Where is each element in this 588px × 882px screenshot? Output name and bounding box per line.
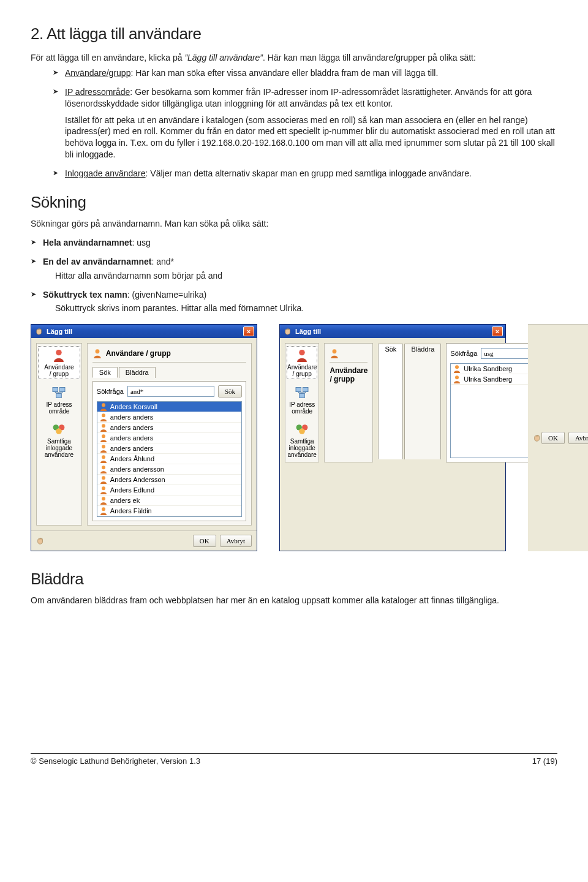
cancel-button[interactable]: Avbryt bbox=[220, 535, 252, 547]
term-text: : Här kan man söka efter vissa användare… bbox=[130, 68, 438, 78]
person-icon bbox=[99, 413, 108, 421]
close-icon[interactable]: × bbox=[243, 326, 254, 336]
result-row[interactable]: anders ek bbox=[97, 496, 241, 506]
ok-button[interactable]: OK bbox=[541, 432, 565, 444]
result-row[interactable]: anders anders bbox=[97, 412, 241, 423]
term-text: : Ger besökarna som kommer från IP-adres… bbox=[65, 87, 532, 108]
sidebar-item-user-group[interactable]: Användare / grupp bbox=[287, 346, 317, 379]
list-item: Hela användarnamnet: usg bbox=[31, 237, 557, 249]
result-row[interactable]: anders andersson bbox=[97, 464, 241, 475]
person-icon bbox=[99, 402, 108, 411]
person-icon bbox=[99, 423, 108, 432]
sidebar-label: Användare bbox=[287, 364, 317, 371]
sidebar-label: område bbox=[287, 408, 317, 415]
sidebar-item-all-logged-in[interactable]: Samtliga inloggade användare bbox=[38, 421, 80, 459]
panel-title: Användare / grupp bbox=[106, 349, 171, 358]
sidebar-item-ip-range[interactable]: IP adress område bbox=[38, 384, 80, 416]
term-text: : and* bbox=[151, 257, 174, 266]
result-row[interactable]: Anders Åhlund bbox=[97, 454, 241, 464]
tab-browse[interactable]: Bläddra bbox=[404, 344, 441, 459]
close-icon[interactable]: × bbox=[492, 326, 503, 336]
result-name: Anders Åhlund bbox=[110, 455, 154, 462]
person-icon bbox=[99, 434, 108, 442]
term: Inloggade användare bbox=[65, 168, 146, 178]
intro-prefix: För att lägga till en användare, klicka … bbox=[31, 53, 184, 62]
term: IP adressområde bbox=[65, 87, 130, 97]
search-button[interactable]: Sök bbox=[218, 385, 242, 398]
item-note: Sökuttryck skrivs inom parantes. Hittar … bbox=[55, 303, 557, 314]
result-row[interactable]: Anders Edlund bbox=[97, 485, 241, 496]
result-name: Anders Edlund bbox=[110, 486, 154, 494]
term: Hela användarnamnet bbox=[43, 238, 132, 247]
sidebar: Användare / grupp IP adress område Samtl… bbox=[36, 343, 82, 526]
cancel-button[interactable]: Avbryt bbox=[568, 432, 588, 444]
person-icon bbox=[99, 486, 108, 494]
result-name: Anders Andersson bbox=[110, 476, 165, 483]
window-title: Lägg till bbox=[47, 328, 72, 335]
result-name: anders andersson bbox=[110, 466, 164, 473]
app-icon bbox=[284, 327, 292, 336]
search-intro: Sökningar görs på användarnamn. Man kan … bbox=[31, 218, 557, 230]
result-name: anders anders bbox=[110, 434, 153, 442]
titlebar[interactable]: Lägg till × bbox=[31, 325, 257, 338]
sidebar-item-user-group[interactable]: Användare / grupp bbox=[38, 346, 80, 379]
window-title: Lägg till bbox=[295, 328, 321, 335]
term: Användare/grupp bbox=[65, 68, 130, 78]
app-icon bbox=[35, 327, 43, 336]
result-name: Ulrika Sandberg bbox=[464, 365, 512, 372]
page-footer: © Senselogic Lathund Behörigheter, Versi… bbox=[31, 753, 557, 766]
sidebar-label: Samtliga bbox=[287, 438, 317, 445]
result-row[interactable]: Anders Andersson bbox=[97, 475, 241, 485]
dialog-add-2: Lägg till × Användare / grupp IP adress … bbox=[279, 324, 506, 551]
person-icon bbox=[453, 375, 461, 383]
person-icon bbox=[453, 364, 461, 373]
user-icon bbox=[50, 348, 67, 363]
heading-search: Sökning bbox=[31, 193, 557, 212]
titlebar[interactable]: Lägg till × bbox=[280, 325, 505, 338]
list-item: En del av användarnamnet: and* Hittar al… bbox=[31, 256, 557, 282]
result-name: Anders Korsvall bbox=[110, 403, 157, 410]
sidebar-label: Samtliga bbox=[38, 438, 80, 445]
search-results-list[interactable]: Anders Korsvallanders andersanders ander… bbox=[97, 401, 242, 517]
footer-left: © Senselogic Lathund Behörigheter, Versi… bbox=[31, 756, 200, 766]
ok-button[interactable]: OK bbox=[193, 535, 216, 547]
sidebar-label: IP adress bbox=[38, 401, 80, 408]
sidebar-item-all-logged-in[interactable]: Samtliga inloggade användare bbox=[287, 421, 317, 459]
result-name: anders ek bbox=[110, 497, 140, 504]
term: En del av användarnamnet bbox=[43, 257, 151, 266]
user-icon bbox=[92, 349, 102, 358]
list-item: IP adressområde: Ger besökarna som komme… bbox=[53, 86, 557, 160]
sidebar-label: / grupp bbox=[287, 371, 317, 377]
result-row[interactable]: Anders Korsvall bbox=[97, 402, 241, 412]
sidebar: Användare / grupp IP adress område Samtl… bbox=[285, 343, 319, 462]
user-icon bbox=[293, 348, 311, 363]
tab-search[interactable]: Sök bbox=[92, 367, 118, 378]
sidebar-label: inloggade bbox=[38, 445, 80, 451]
term-text: : usg bbox=[132, 238, 151, 247]
term-text: : Väljer man detta alternativ skapar man… bbox=[146, 168, 472, 178]
search-label: Sökfråga bbox=[97, 388, 124, 395]
person-icon bbox=[99, 465, 108, 473]
sidebar-label: IP adress bbox=[287, 401, 317, 408]
group-icon bbox=[293, 422, 311, 437]
list-item: Sökuttryck tex namn: (givenName=ulrika) … bbox=[31, 289, 557, 315]
term: Sökuttryck tex namn bbox=[43, 290, 127, 300]
tab-browse[interactable]: Bläddra bbox=[119, 367, 156, 378]
intro-suffix: . Här kan man lägga till användare/grupp… bbox=[263, 53, 476, 62]
result-name: Anders Fäldin bbox=[110, 507, 152, 514]
tab-search[interactable]: Sök bbox=[378, 344, 403, 459]
search-input[interactable] bbox=[127, 386, 214, 397]
sidebar-label: användare bbox=[38, 451, 80, 458]
result-name: anders anders bbox=[110, 413, 153, 421]
list-item: Inloggade användare: Väljer man detta al… bbox=[53, 168, 557, 179]
result-row[interactable]: anders anders bbox=[97, 423, 241, 433]
person-icon bbox=[99, 454, 108, 463]
add-user-options-list: Användare/grupp: Här kan man söka efter … bbox=[31, 67, 557, 179]
result-row[interactable]: anders anders bbox=[97, 433, 241, 443]
group-icon bbox=[50, 422, 67, 437]
sidebar-label: inloggade bbox=[287, 445, 317, 451]
result-row[interactable]: anders anders bbox=[97, 443, 241, 454]
result-row[interactable]: Anders Fäldin bbox=[97, 506, 241, 516]
sidebar-item-ip-range[interactable]: IP adress område bbox=[287, 384, 317, 416]
item-note: Hittar alla användarnamn som börjar på a… bbox=[55, 270, 557, 282]
